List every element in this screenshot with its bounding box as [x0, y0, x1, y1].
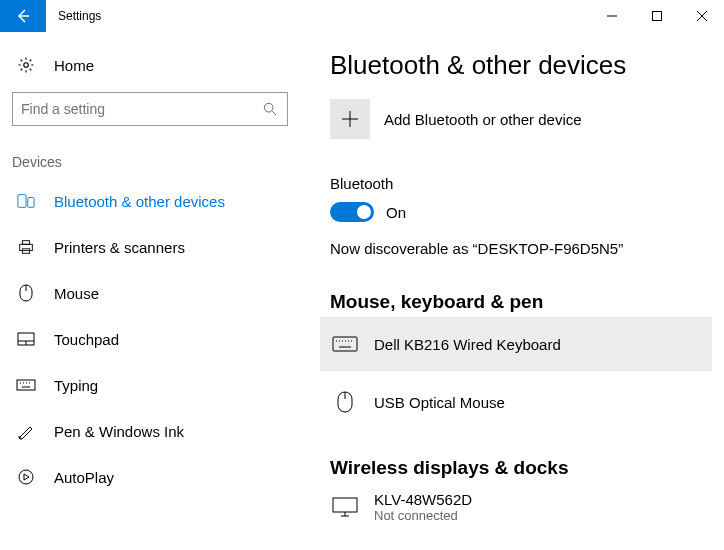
printer-icon — [16, 238, 36, 256]
svg-rect-11 — [22, 241, 29, 245]
mouse-icon — [16, 283, 36, 303]
sidebar-item-label: Typing — [54, 377, 98, 394]
close-icon — [697, 11, 707, 21]
sidebar-item-typing[interactable]: Typing — [12, 362, 288, 408]
keyboard-icon — [16, 379, 36, 391]
svg-point-6 — [264, 103, 273, 112]
home-label: Home — [54, 57, 94, 74]
device-status: Not connected — [374, 508, 472, 523]
device-item-mouse[interactable]: USB Optical Mouse — [320, 375, 712, 429]
sidebar: Home Devices Bluetooth & other devices P… — [0, 32, 300, 550]
title-bar: Settings — [0, 0, 724, 32]
window-title: Settings — [46, 0, 113, 32]
svg-rect-18 — [17, 380, 35, 390]
svg-rect-9 — [28, 197, 34, 207]
device-item-keyboard[interactable]: Dell KB216 Wired Keyboard — [320, 317, 712, 371]
add-device-label: Add Bluetooth or other device — [384, 111, 582, 128]
device-name: Dell KB216 Wired Keyboard — [374, 336, 561, 353]
sidebar-item-autoplay[interactable]: AutoPlay — [12, 454, 288, 500]
minimize-icon — [607, 11, 617, 21]
keyboard-icon — [330, 336, 360, 352]
device-name: USB Optical Mouse — [374, 394, 505, 411]
svg-point-5 — [24, 63, 29, 68]
autoplay-icon — [16, 468, 36, 486]
svg-line-7 — [272, 111, 276, 115]
discoverable-text: Now discoverable as “DESKTOP-F96D5N5” — [330, 240, 712, 257]
device-name: KLV-48W562D — [374, 491, 472, 508]
sidebar-item-bluetooth[interactable]: Bluetooth & other devices — [12, 178, 288, 224]
home-nav[interactable]: Home — [12, 42, 288, 88]
sidebar-item-label: Bluetooth & other devices — [54, 193, 225, 210]
sidebar-item-pen[interactable]: Pen & Windows Ink — [12, 408, 288, 454]
sidebar-item-label: Touchpad — [54, 331, 119, 348]
sidebar-item-printers[interactable]: Printers & scanners — [12, 224, 288, 270]
category-heading-wireless-displays: Wireless displays & docks — [330, 457, 712, 479]
sidebar-item-label: Mouse — [54, 285, 99, 302]
pen-icon — [16, 422, 36, 440]
arrow-left-icon — [15, 8, 31, 24]
add-device-row[interactable]: Add Bluetooth or other device — [330, 99, 712, 139]
close-button[interactable] — [679, 0, 724, 32]
search-input-wrap[interactable] — [12, 92, 288, 126]
gear-icon — [16, 56, 36, 74]
main-panel: Bluetooth & other devices Add Bluetooth … — [300, 32, 724, 550]
svg-rect-8 — [18, 195, 26, 208]
device-item-display[interactable]: KLV-48W562D Not connected — [320, 483, 712, 531]
search-input[interactable] — [21, 101, 261, 117]
back-button[interactable] — [0, 0, 46, 32]
bluetooth-toggle[interactable] — [330, 202, 374, 222]
add-device-button[interactable] — [330, 99, 370, 139]
sidebar-item-label: Pen & Windows Ink — [54, 423, 184, 440]
minimize-button[interactable] — [589, 0, 634, 32]
maximize-icon — [652, 11, 662, 21]
sidebar-item-label: AutoPlay — [54, 469, 114, 486]
bluetooth-toggle-state: On — [386, 204, 406, 221]
svg-point-24 — [19, 470, 33, 484]
search-icon — [261, 102, 279, 116]
sidebar-item-touchpad[interactable]: Touchpad — [12, 316, 288, 362]
sidebar-section-label: Devices — [12, 154, 288, 170]
svg-rect-2 — [652, 12, 661, 21]
svg-rect-27 — [333, 337, 357, 351]
page-title: Bluetooth & other devices — [330, 50, 712, 81]
sidebar-item-label: Printers & scanners — [54, 239, 185, 256]
bluetooth-devices-icon — [16, 192, 36, 210]
sidebar-item-mouse[interactable]: Mouse — [12, 270, 288, 316]
mouse-icon — [330, 390, 360, 414]
monitor-icon — [330, 497, 360, 517]
svg-rect-10 — [20, 244, 33, 250]
svg-rect-12 — [22, 249, 29, 254]
plus-icon — [341, 110, 359, 128]
category-heading-mouse-keyboard: Mouse, keyboard & pen — [330, 291, 712, 313]
maximize-button[interactable] — [634, 0, 679, 32]
svg-rect-37 — [333, 498, 357, 512]
bluetooth-label: Bluetooth — [330, 175, 712, 192]
touchpad-icon — [16, 332, 36, 346]
